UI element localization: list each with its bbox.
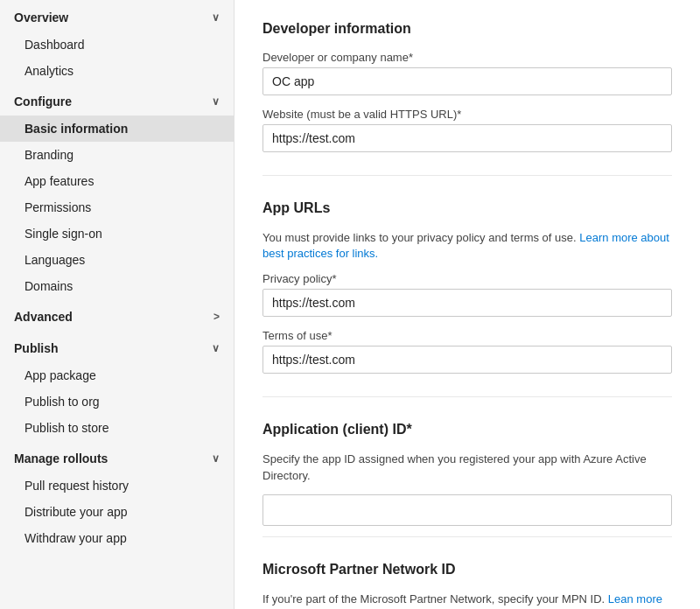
terms-of-use-input[interactable] (262, 346, 672, 374)
website-input[interactable] (262, 124, 672, 152)
sidebar-item-languages[interactable]: Languages (0, 247, 234, 273)
sidebar-item-single-sign-on[interactable]: Single sign-on (0, 220, 234, 247)
app-id-title: Application (client) ID* (262, 422, 672, 438)
sidebar-section-configure-label: Configure (14, 94, 72, 108)
privacy-policy-label: Privacy policy* (262, 272, 672, 285)
sidebar-section-overview-chevron: ∨ (212, 11, 220, 24)
sidebar-section-publish[interactable]: Publish ∨ (0, 331, 234, 362)
sidebar-item-withdraw-your-app[interactable]: Withdraw your app (0, 525, 234, 551)
sidebar-section-manage-rollouts[interactable]: Manage rollouts ∨ (0, 441, 234, 472)
sidebar-item-publish-to-org[interactable]: Publish to org (0, 388, 234, 415)
sidebar-item-branding[interactable]: Branding (0, 142, 234, 168)
app-urls-description: You must provide links to your privacy p… (262, 230, 672, 262)
sidebar-item-basic-information[interactable]: Basic information (0, 116, 234, 142)
app-id-input[interactable] (262, 494, 672, 526)
sidebar-section-configure[interactable]: Configure ∨ (0, 84, 234, 116)
sidebar-item-publish-to-store[interactable]: Publish to store (0, 415, 234, 441)
app-urls-title: App URLs (262, 200, 672, 216)
sidebar-section-configure-chevron: ∨ (212, 95, 220, 108)
sidebar-item-pull-request-history[interactable]: Pull request history (0, 472, 234, 499)
company-name-label: Developer or company name* (262, 51, 672, 64)
developer-information-section: Developer information Developer or compa… (262, 21, 672, 176)
sidebar-section-publish-chevron: ∨ (212, 342, 220, 354)
sidebar-section-manage-rollouts-label: Manage rollouts (14, 452, 108, 466)
sidebar-item-domains[interactable]: Domains (0, 273, 234, 299)
company-name-input[interactable] (262, 67, 672, 95)
mpn-section: Microsoft Partner Network ID If you're p… (262, 562, 672, 609)
sidebar-section-advanced[interactable]: Advanced > (0, 299, 234, 331)
mpn-description: If you're part of the Microsoft Partner … (262, 592, 672, 609)
sidebar-section-advanced-chevron: > (214, 311, 220, 323)
terms-of-use-label: Terms of use* (262, 329, 672, 342)
sidebar-item-analytics[interactable]: Analytics (0, 58, 234, 84)
sidebar-item-app-features[interactable]: App features (0, 168, 234, 194)
sidebar-item-app-package[interactable]: App package (0, 362, 234, 388)
sidebar-item-permissions[interactable]: Permissions (0, 194, 234, 220)
sidebar-item-dashboard[interactable]: Dashboard (0, 32, 234, 58)
sidebar: Overview ∨ Dashboard Analytics Configure… (0, 0, 234, 609)
app-urls-section: App URLs You must provide links to your … (262, 200, 672, 397)
website-label: Website (must be a valid HTTPS URL)* (262, 108, 672, 121)
developer-information-title: Developer information (262, 21, 672, 37)
sidebar-item-distribute-your-app[interactable]: Distribute your app (0, 499, 234, 525)
app-id-description: Specify the app ID assigned when you reg… (262, 452, 672, 483)
mpn-title: Microsoft Partner Network ID (262, 562, 672, 578)
sidebar-section-overview[interactable]: Overview ∨ (0, 0, 234, 32)
sidebar-section-advanced-label: Advanced (14, 310, 73, 324)
privacy-policy-input[interactable] (262, 289, 672, 317)
sidebar-section-publish-label: Publish (14, 341, 59, 355)
app-id-section: Application (client) ID* Specify the app… (262, 422, 672, 536)
sidebar-section-manage-rollouts-chevron: ∨ (212, 452, 220, 465)
main-content: Developer information Developer or compa… (234, 0, 700, 609)
sidebar-section-overview-label: Overview (14, 10, 68, 24)
